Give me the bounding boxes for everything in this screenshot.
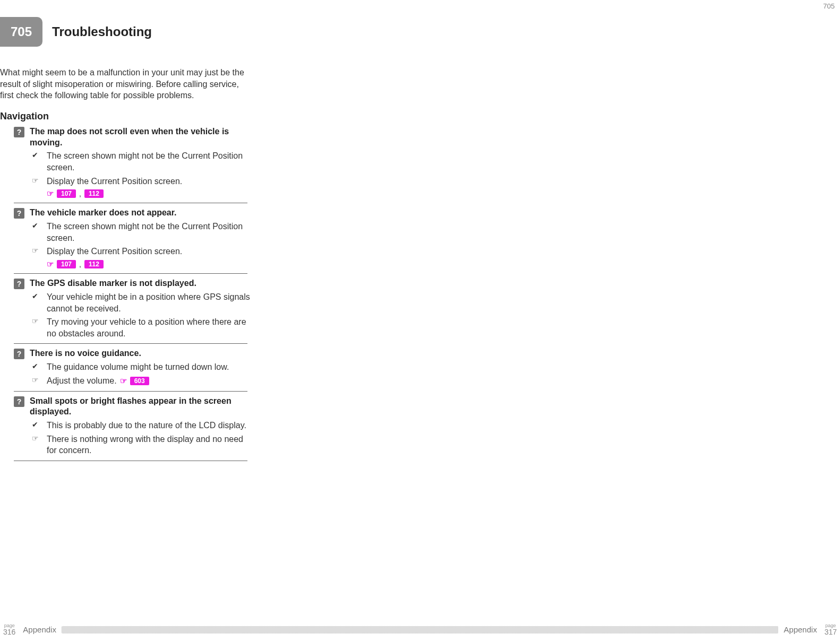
action-label: Adjust the volume.: [47, 375, 117, 387]
see-icon: ☞: [47, 189, 54, 198]
pointer-icon: ☞: [32, 433, 40, 444]
cause-text: The screen shown might not be the Curren…: [47, 150, 255, 173]
check-icon: ✔: [32, 221, 40, 231]
pointer-icon: ☞: [32, 375, 40, 386]
action-text: Adjust the volume. ☞ 603: [47, 375, 149, 387]
pointer-icon: ☞: [32, 316, 40, 327]
qa-item: ? The map does not scroll even when the …: [0, 126, 255, 198]
question-icon: ?: [14, 396, 24, 407]
footer-left: page 316 Appendix: [0, 623, 56, 636]
footer-bar: [62, 626, 778, 634]
separator: [14, 391, 247, 392]
page-ref: 603: [130, 377, 149, 385]
page-number-left: 316: [3, 628, 15, 636]
page-number-right: 317: [825, 628, 837, 636]
question-title: Small spots or bright flashes appear in …: [30, 396, 255, 418]
separator: [14, 203, 247, 203]
separator: [14, 461, 247, 461]
content-column: What might seem to be a malfunction in y…: [0, 67, 255, 461]
separator: [14, 273, 247, 274]
reference-line: ☞ 107 , 112: [47, 189, 104, 198]
separator: [14, 343, 247, 344]
page-ref: 112: [84, 260, 104, 268]
qa-item: ? There is no voice guidance. ✔ The guid…: [0, 348, 255, 386]
cause-text: This is probably due to the nature of th…: [47, 420, 246, 431]
page-ref: 107: [57, 260, 76, 268]
title-bar: 705 Troubleshooting: [0, 17, 840, 47]
pointer-icon: ☞: [32, 176, 40, 186]
intro-paragraph: What might seem to be a malfunction in y…: [0, 67, 255, 101]
section-heading: Navigation: [0, 111, 255, 122]
cause-text: Your vehicle might be in a position wher…: [47, 291, 255, 314]
action-text: There is nothing wrong with the display …: [47, 433, 255, 456]
page-title: Troubleshooting: [52, 24, 152, 39]
see-icon: ☞: [120, 376, 127, 386]
question-icon: ?: [14, 127, 24, 137]
page-ref: 107: [57, 189, 76, 198]
reference-line: ☞ 107 , 112: [47, 259, 104, 269]
question-title: There is no voice guidance.: [30, 348, 141, 359]
check-icon: ✔: [32, 291, 40, 302]
question-title: The vehicle marker does not appear.: [30, 207, 177, 219]
qa-item: ? Small spots or bright flashes appear i…: [0, 396, 255, 456]
cause-text: The guidance volume might be turned down…: [47, 361, 229, 373]
page-ref: 112: [84, 189, 104, 198]
footer-section-left: Appendix: [23, 625, 56, 634]
see-icon: ☞: [47, 259, 54, 269]
question-title: The map does not scroll even when the ve…: [30, 126, 255, 149]
footer-section-right: Appendix: [784, 625, 817, 634]
pointer-icon: ☞: [32, 246, 40, 256]
check-icon: ✔: [32, 420, 40, 430]
check-icon: ✔: [32, 150, 40, 161]
question-title: The GPS disable marker is not displayed.: [30, 278, 196, 289]
footer-right: Appendix page 317: [784, 623, 840, 636]
qa-item: ? The GPS disable marker is not displaye…: [0, 278, 255, 339]
check-icon: ✔: [32, 361, 40, 372]
action-text: Display the Current Position screen.: [47, 176, 182, 187]
ref-separator: ,: [79, 260, 81, 268]
section-number-tab: 705: [0, 17, 42, 47]
question-icon: ?: [14, 349, 24, 359]
question-icon: ?: [14, 279, 24, 289]
page-corner-number: 705: [823, 2, 835, 10]
ref-separator: ,: [79, 189, 81, 198]
footer: page 316 Appendix Appendix page 317: [0, 623, 840, 636]
action-text: Try moving your vehicle to a position wh…: [47, 316, 255, 339]
action-text: Display the Current Position screen.: [47, 246, 182, 257]
question-icon: ?: [14, 208, 24, 219]
cause-text: The screen shown might not be the Curren…: [47, 221, 255, 244]
qa-item: ? The vehicle marker does not appear. ✔ …: [0, 207, 255, 269]
